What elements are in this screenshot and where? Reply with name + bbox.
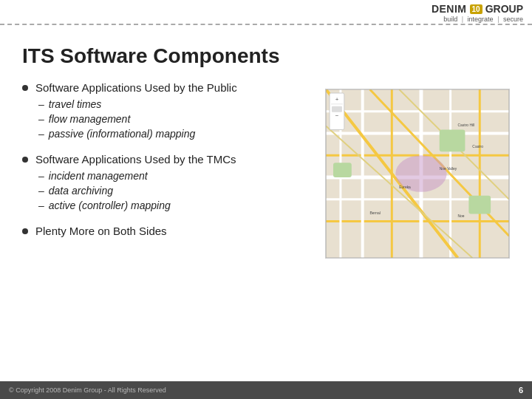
bullet-dot-1 [22, 85, 28, 91]
svg-text:Noe: Noe [458, 214, 465, 218]
logo-denim-text: DENIM [432, 3, 467, 15]
header: DENIM 10 GROUP build | integrate | secur… [384, 0, 532, 30]
bullet-main-3: Plenty More on Both Sides [22, 225, 310, 237]
svg-rect-18 [440, 130, 466, 152]
svg-text:Noe Valley: Noe Valley [440, 167, 457, 171]
logo-box-number: 10 [470, 4, 482, 14]
map-svg: + − Castro Hill Castro Noe Valley Eureka… [326, 89, 509, 258]
logo-group-text: GROUP [485, 3, 523, 15]
svg-text:Castro: Castro [472, 145, 483, 149]
main-content: ITS Software Components Software Applica… [0, 33, 532, 381]
footer: © Copyright 2008 Denim Group - All Right… [0, 381, 532, 399]
list-item: – flow management [38, 113, 310, 125]
section2-heading: Software Applications Used by the TMCs [35, 153, 236, 166]
section-tmc-apps: Software Applications Used by the TMCs –… [22, 153, 310, 211]
list-item: – data archiving [38, 185, 310, 197]
svg-rect-19 [333, 163, 352, 177]
bullet-dot-3 [22, 228, 28, 234]
svg-text:+: + [335, 96, 339, 103]
svg-text:−: − [335, 112, 339, 119]
footer-copyright: © Copyright 2008 Denim Group - All Right… [9, 386, 166, 394]
logo: DENIM 10 GROUP [432, 3, 523, 15]
section-public-apps: Software Applications Used by the Public… [22, 81, 310, 140]
section1-heading: Software Applications Used by the Public [35, 81, 237, 94]
list-item: – travel times [38, 98, 310, 110]
svg-rect-20 [468, 196, 491, 214]
bullet-main-1: Software Applications Used by the Public [22, 81, 310, 94]
bullet-main-2: Software Applications Used by the TMCs [22, 153, 310, 166]
section-more: Plenty More on Both Sides [22, 225, 310, 237]
logo-tagline: build | integrate | secure [443, 16, 523, 23]
page-title: ITS Software Components [22, 44, 517, 68]
list-item: – passive (informational) mapping [38, 128, 310, 140]
sub-text-flow: flow management [49, 113, 131, 125]
list-item: – incident management [38, 170, 310, 182]
left-column: Software Applications Used by the Public… [22, 81, 325, 374]
section3-heading: Plenty More on Both Sides [35, 225, 167, 237]
tagline-secure: secure [503, 16, 523, 23]
sub-text-active: active (controller) mapping [49, 200, 171, 211]
sub-text-travel: travel times [49, 98, 102, 110]
section2-sub-items: – incident management – data archiving –… [38, 170, 310, 211]
bullet-dot-2 [22, 157, 28, 163]
sub-text-incident: incident management [49, 170, 148, 182]
map-image: + − Castro Hill Castro Noe Valley Eureka… [325, 89, 510, 259]
svg-text:Bernal: Bernal [370, 211, 381, 215]
svg-text:Eureka: Eureka [399, 185, 411, 189]
footer-page-number: 6 [519, 386, 523, 395]
sub-text-archive: data archiving [49, 185, 113, 197]
content-area: Software Applications Used by the Public… [22, 81, 517, 374]
tagline-build: build [443, 16, 457, 23]
list-item: – active (controller) mapping [38, 200, 310, 211]
svg-rect-24 [332, 106, 342, 112]
right-column: + − Castro Hill Castro Noe Valley Eureka… [325, 81, 517, 374]
tagline-integrate: integrate [468, 16, 494, 23]
sub-text-passive: passive (informational) mapping [49, 128, 195, 140]
section1-sub-items: – travel times – flow management – passi… [38, 98, 310, 140]
svg-text:Castro Hill: Castro Hill [458, 123, 475, 127]
